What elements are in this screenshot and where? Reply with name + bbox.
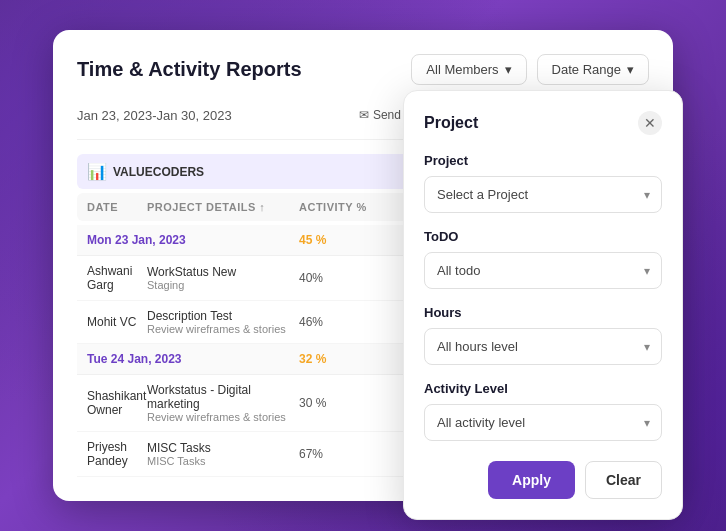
clear-button[interactable]: Clear <box>585 461 662 499</box>
filter-section-project: Project Select a Project WorkStatus New … <box>424 153 662 213</box>
company-name: VALUECODERS <box>113 165 204 179</box>
filter-label-project: Project <box>424 153 662 168</box>
row-project: MISC Tasks MISC Tasks <box>147 441 299 467</box>
panel-footer: Apply Clear <box>424 461 662 499</box>
close-icon: ✕ <box>644 115 656 131</box>
todo-select[interactable]: All todo <box>424 252 662 289</box>
todo-select-wrapper: All todo <box>424 252 662 289</box>
th-project: PROJECT DETAILS ↑ <box>147 201 299 213</box>
hours-select-wrapper: All hours level <box>424 328 662 365</box>
panel-header: Project ✕ <box>424 111 662 135</box>
row-project: WorkStatus New Staging <box>147 265 299 291</box>
date-range-button[interactable]: Date Range ▾ <box>537 54 649 85</box>
header-row: Time & Activity Reports All Members ▾ Da… <box>77 54 649 85</box>
date-group-label: Tue 24 Jan, 2023 <box>87 352 299 366</box>
apply-button[interactable]: Apply <box>488 461 575 499</box>
filter-label-hours: Hours <box>424 305 662 320</box>
header-actions: All Members ▾ Date Range ▾ <box>411 54 649 85</box>
main-card: Time & Activity Reports All Members ▾ Da… <box>53 30 673 501</box>
row-project: Workstatus - Digital marketing Review wi… <box>147 383 299 423</box>
chevron-down-icon: ▾ <box>505 62 512 77</box>
activity-select-wrapper: All activity level <box>424 404 662 441</box>
chevron-down-icon: ▾ <box>627 62 634 77</box>
filter-label-activity: Activity Level <box>424 381 662 396</box>
send-button[interactable]: ✉ Send <box>359 101 401 129</box>
project-select-wrapper: Select a Project WorkStatus New Descript… <box>424 176 662 213</box>
row-name: Ashwani Garg <box>87 264 147 292</box>
send-icon: ✉ <box>359 108 369 122</box>
row-name: Mohit VC <box>87 315 147 329</box>
page-title: Time & Activity Reports <box>77 58 302 81</box>
filter-label-todo: ToDO <box>424 229 662 244</box>
close-button[interactable]: ✕ <box>638 111 662 135</box>
row-project: Description Test Review wireframes & sto… <box>147 309 299 335</box>
filter-section-activity: Activity Level All activity level <box>424 381 662 441</box>
filter-section-todo: ToDO All todo <box>424 229 662 289</box>
th-date: DATE <box>87 201 147 213</box>
date-group-label: Mon 23 Jan, 2023 <box>87 233 299 247</box>
bar-chart-icon: 📊 <box>87 162 107 181</box>
date-range-label: Jan 23, 2023-Jan 30, 2023 <box>77 108 232 123</box>
project-select[interactable]: Select a Project WorkStatus New Descript… <box>424 176 662 213</box>
filter-panel: Project ✕ Project Select a Project WorkS… <box>403 90 683 520</box>
activity-level-select[interactable]: All activity level <box>424 404 662 441</box>
row-name: Priyesh Pandey <box>87 440 147 468</box>
all-members-button[interactable]: All Members ▾ <box>411 54 526 85</box>
row-name: Shashikant Owner <box>87 389 147 417</box>
hours-select[interactable]: All hours level <box>424 328 662 365</box>
panel-title: Project <box>424 114 478 132</box>
filter-section-hours: Hours All hours level <box>424 305 662 365</box>
